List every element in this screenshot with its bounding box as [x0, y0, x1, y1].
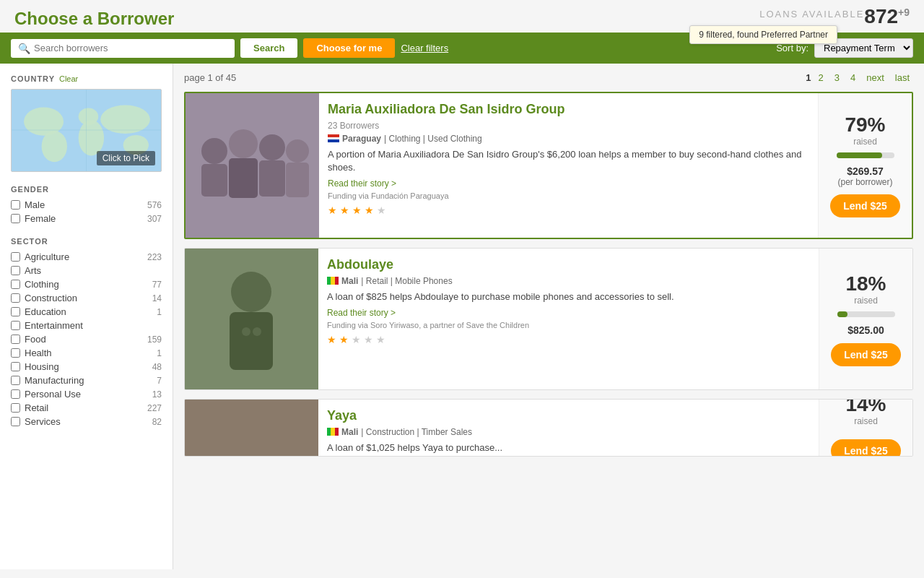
lend-button-2[interactable]: Lend $25 — [831, 343, 901, 366]
sector-services-count: 82 — [152, 417, 162, 427]
loan-name-1[interactable]: Maria Auxiliadora De San Isidro Group — [328, 102, 809, 118]
loan-percent-1: 79% — [845, 113, 885, 137]
gender-male-count: 576 — [147, 200, 162, 210]
sector-entertainment-label[interactable]: Entertainment — [25, 320, 157, 331]
loan-raised-2: raised — [854, 296, 878, 306]
loan-per-borrower-1: $269.57 (per borrower) — [837, 165, 892, 187]
sector-services: Services 82 — [11, 416, 162, 427]
svg-point-4 — [79, 120, 104, 155]
svg-point-16 — [286, 139, 309, 163]
sector-services-label[interactable]: Services — [25, 416, 148, 427]
loan-card-3: Yaya Mali | Construction | Timber Sales … — [184, 399, 913, 457]
svg-point-12 — [229, 129, 258, 158]
pagination-page-3[interactable]: 3 — [831, 71, 843, 85]
loan-name-2[interactable]: Abdoulaye — [327, 257, 810, 273]
country-clear-link[interactable]: Clear — [59, 74, 78, 83]
gender-female-checkbox[interactable] — [11, 214, 20, 223]
map-container[interactable]: Click to Pick — [11, 89, 162, 172]
svg-point-21 — [242, 327, 250, 336]
gender-female-label[interactable]: Female — [25, 213, 143, 224]
pagination-next[interactable]: next — [863, 71, 888, 85]
pagination-page-2[interactable]: 2 — [814, 71, 827, 85]
svg-point-22 — [253, 327, 261, 336]
sector-entertainment-checkbox[interactable] — [11, 321, 20, 330]
loan-partner-2: Funding via Soro Yiriwaso, a partner of … — [327, 321, 810, 329]
loan-action-1: 79% raised $269.57 (per borrower) Lend $… — [818, 93, 912, 238]
sector-arts-label[interactable]: Arts — [25, 265, 157, 276]
sector-retail-label[interactable]: Retail — [25, 402, 143, 413]
sector-clothing-checkbox[interactable] — [11, 280, 20, 289]
loan-progress-fill-1 — [837, 152, 882, 158]
loan-name-3[interactable]: Yaya — [327, 408, 810, 424]
country-label: COUNTRY — [11, 74, 55, 83]
sector-housing-checkbox[interactable] — [11, 362, 20, 371]
filter-tooltip: 9 filtered, found Preferred Partner — [689, 25, 837, 44]
gender-label: GENDER — [11, 185, 49, 194]
pagination-page-4[interactable]: 4 — [847, 71, 859, 85]
loan-read-more-1[interactable]: Read their story > — [328, 178, 809, 189]
sector-arts-checkbox[interactable] — [11, 266, 20, 275]
sector-agriculture-checkbox[interactable] — [11, 252, 20, 262]
main-layout: COUNTRY Clear — [0, 64, 924, 569]
sector-clothing: Clothing 77 — [11, 279, 162, 290]
sector-health-label[interactable]: Health — [25, 348, 152, 358]
sector-food-count: 159 — [147, 335, 162, 345]
gender-male-label[interactable]: Male — [25, 199, 143, 210]
loan-percent-2: 18% — [845, 272, 886, 296]
svg-rect-15 — [259, 160, 285, 197]
sector-manufacturing-checkbox[interactable] — [11, 376, 20, 385]
star-1-4: ★ — [365, 204, 374, 216]
lend-button-1[interactable]: Lend $25 — [830, 194, 900, 217]
loan-read-more-2[interactable]: Read their story > — [327, 308, 810, 318]
search-button[interactable]: Search — [240, 38, 297, 58]
loan-country-1: Paraguay — [342, 134, 381, 144]
loan-raised-1: raised — [853, 137, 877, 147]
sector-health: Health 1 — [11, 348, 162, 358]
sector-construction: Construction 14 — [11, 293, 162, 303]
svg-point-5 — [100, 105, 150, 134]
sector-agriculture-count: 223 — [147, 252, 162, 262]
pagination-last[interactable]: last — [892, 71, 913, 85]
map-overlay: Click to Pick — [97, 151, 155, 165]
gender-male-checkbox[interactable] — [11, 200, 20, 210]
sector-health-checkbox[interactable] — [11, 348, 20, 358]
sector-personal-use-checkbox[interactable] — [11, 389, 20, 399]
loans-count-super: +9 — [898, 7, 910, 18]
sector-clothing-count: 77 — [152, 280, 162, 290]
sort-label: Sort by: — [776, 43, 808, 53]
sector-services-checkbox[interactable] — [11, 417, 20, 426]
choose-for-me-button[interactable]: Choose for me — [303, 38, 395, 58]
svg-rect-20 — [230, 312, 273, 370]
sector-education-checkbox[interactable] — [11, 307, 20, 316]
sector-label: SECTOR — [11, 237, 48, 246]
loan-location-3: Mali | Construction | Timber Sales — [327, 427, 810, 437]
sector-retail-checkbox[interactable] — [11, 403, 20, 413]
sidebar-country-section: COUNTRY Clear — [11, 74, 162, 172]
sector-food-checkbox[interactable] — [11, 335, 20, 344]
sector-agriculture-label[interactable]: Agriculture — [25, 251, 143, 262]
svg-rect-23 — [185, 400, 318, 457]
sector-section-title: SECTOR — [11, 237, 162, 246]
svg-point-2 — [42, 131, 67, 162]
sector-construction-checkbox[interactable] — [11, 293, 20, 303]
sector-education: Education 1 — [11, 306, 162, 317]
sector-arts: Arts — [11, 265, 162, 276]
sector-food-label[interactable]: Food — [25, 334, 143, 345]
lend-button-3[interactable]: Lend $25 — [831, 439, 901, 457]
loan-info-3: Yaya Mali | Construction | Timber Sales … — [318, 400, 819, 456]
flag-py-1 — [328, 134, 339, 142]
sector-personal-use-label[interactable]: Personal Use — [25, 389, 148, 400]
loan-info-2: Abdoulaye Mali | Retail | Mobile Phones … — [318, 249, 819, 389]
sector-manufacturing-label[interactable]: Manufacturing — [25, 375, 152, 386]
sector-housing-label[interactable]: Housing — [25, 361, 148, 372]
loan-country-3: Mali — [341, 427, 358, 437]
loan-action-2: 18% raised $825.00 Lend $25 — [819, 249, 912, 389]
search-input-wrap[interactable]: 🔍 — [11, 39, 235, 58]
sector-construction-label[interactable]: Construction — [25, 293, 148, 303]
sector-education-label[interactable]: Education — [25, 306, 152, 317]
search-input[interactable] — [34, 43, 227, 53]
sector-clothing-label[interactable]: Clothing — [25, 279, 148, 290]
pagination-text: page 1 of 45 — [184, 72, 236, 83]
clear-filters-button[interactable]: Clear filters — [401, 43, 448, 53]
loan-raised-3: raised — [854, 416, 878, 426]
